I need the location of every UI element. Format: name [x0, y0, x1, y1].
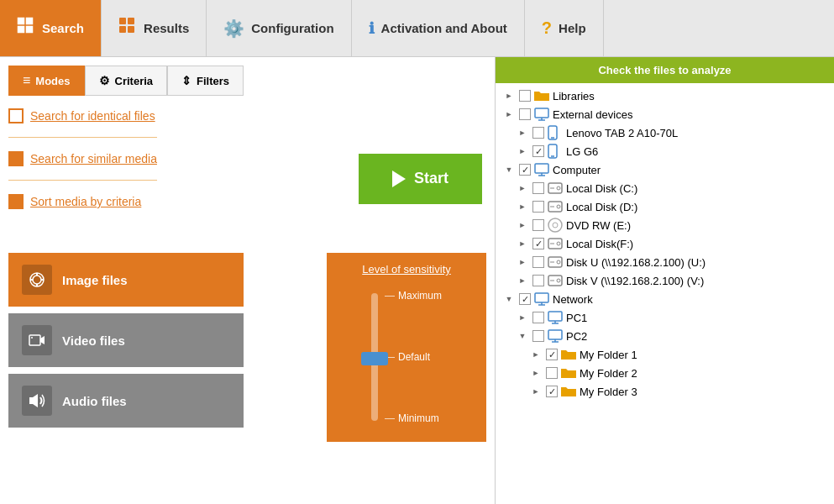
tree-item[interactable]: ►Local Disk (D:) [496, 197, 834, 216]
tree-item[interactable]: ►PC1 [496, 308, 834, 327]
tree-item-icon [548, 218, 563, 232]
tree-checkbox[interactable] [532, 182, 544, 194]
tree-checkbox[interactable] [532, 256, 544, 268]
tree-item[interactable]: ►Libraries [496, 87, 834, 105]
tree-checkbox[interactable] [519, 90, 531, 102]
tree-expand-icon[interactable]: ► [529, 348, 543, 361]
tree-item-label: Local Disk (C:) [566, 182, 637, 195]
tree-checkbox[interactable] [546, 367, 558, 379]
tree-checkbox[interactable] [532, 275, 544, 286]
tab-criteria[interactable]: ⚙ Criteria [85, 66, 168, 96]
modes-tab-label: Modes [35, 75, 70, 87]
tree-item[interactable]: ▼✓Computer [496, 160, 834, 179]
tree-item-label: PC2 [566, 330, 587, 343]
sensitivity-title[interactable]: Level of sensitivity [362, 263, 451, 276]
nav-results[interactable]: Results [102, 0, 207, 56]
tree-checkbox[interactable]: ✓ [546, 386, 558, 397]
nav-activation[interactable]: ℹ Activation and About [352, 0, 525, 56]
tree-checkbox[interactable]: ✓ [532, 145, 544, 157]
nav-search[interactable]: Search [0, 0, 102, 56]
tree-expand-icon[interactable]: ► [516, 274, 529, 287]
tree-container: ►Libraries►External devices►Lenovo TAB 2… [496, 83, 834, 404]
tree-expand-icon[interactable]: ► [516, 311, 529, 324]
identical-checkbox[interactable] [8, 108, 24, 123]
audio-files-btn[interactable]: Audio files [8, 374, 244, 428]
tree-expand-icon[interactable]: ► [516, 200, 529, 213]
tree-item[interactable]: ►✓Local Disk(F:) [496, 234, 834, 253]
tree-item[interactable]: ►My Folder 2 [496, 364, 834, 382]
tree-checkbox[interactable] [532, 330, 544, 342]
tree-checkbox[interactable] [519, 108, 531, 120]
tree-item[interactable]: ►Lenovo TAB 2 A10-70L [496, 123, 834, 142]
file-types: Image files Video files [8, 253, 244, 428]
similar-label[interactable]: Search for similar media [30, 152, 157, 165]
tree-expand-icon[interactable]: ► [516, 255, 529, 269]
tree-item[interactable]: ►Local Disk (C:) [496, 179, 834, 197]
tabs-bar: ≡ Modes ⚙ Criteria ⇕ Filters [8, 66, 486, 96]
nav-activation-label: Activation and About [381, 21, 507, 35]
tree-checkbox[interactable] [532, 219, 544, 231]
video-icon [22, 325, 52, 355]
tree-checkbox[interactable]: ✓ [532, 238, 544, 249]
tree-expand-icon[interactable]: ▼ [502, 292, 516, 306]
criteria-tab-label: Criteria [115, 75, 154, 87]
image-files-btn[interactable]: Image files [8, 253, 244, 307]
sort-checkbox[interactable] [8, 194, 24, 209]
svg-marker-17 [29, 394, 38, 407]
tab-filters[interactable]: ⇕ Filters [167, 66, 244, 96]
tree-expand-icon[interactable]: ► [516, 218, 529, 232]
svg-rect-14 [29, 335, 40, 345]
tree-checkbox[interactable] [532, 312, 544, 323]
tree-expand-icon[interactable]: ► [502, 89, 516, 102]
tree-expand-icon[interactable]: ▼ [516, 329, 529, 343]
nav-help[interactable]: ? Help [525, 0, 604, 56]
tree-item[interactable]: ►✓My Folder 1 [496, 345, 834, 364]
slider-labels: — Maximum — Default — Minimum [385, 290, 442, 424]
tab-modes[interactable]: ≡ Modes [8, 66, 85, 96]
identical-label[interactable]: Search for identical files [30, 109, 155, 123]
tree-item[interactable]: ►External devices [496, 105, 834, 123]
video-files-btn[interactable]: Video files [8, 313, 244, 367]
tree-expand-icon[interactable]: ► [529, 366, 543, 380]
tree-checkbox[interactable]: ✓ [519, 164, 531, 176]
sort-label[interactable]: Sort media by criteria [30, 195, 141, 208]
tree-checkbox[interactable]: ✓ [519, 293, 531, 305]
svg-point-29 [557, 186, 560, 190]
sensitivity-panel: Level of sensitivity — Maximum [327, 253, 486, 442]
tree-item[interactable]: ►✓LG G6 [496, 142, 834, 160]
tree-item-icon [548, 237, 563, 250]
svg-rect-48 [548, 312, 562, 321]
tree-expand-icon[interactable]: ► [516, 126, 529, 139]
tree-item-icon [561, 348, 576, 361]
tree-expand-icon[interactable]: ► [529, 385, 543, 398]
svg-rect-1 [26, 18, 33, 24]
nav-configuration[interactable]: ⚙️ Configuration [207, 0, 351, 56]
tree-item-label: External devices [553, 108, 632, 121]
activation-nav-icon: ℹ [369, 19, 375, 38]
tree-checkbox[interactable] [532, 127, 544, 139]
tree-item[interactable]: ►✓My Folder 3 [496, 382, 834, 401]
tree-expand-icon[interactable]: ▼ [502, 163, 516, 176]
svg-point-32 [557, 205, 560, 208]
tree-checkbox[interactable] [532, 201, 544, 213]
tree-item[interactable]: ▼PC2 [496, 327, 834, 345]
tree-checkbox[interactable]: ✓ [546, 349, 558, 360]
tree-item[interactable]: ►DVD RW (E:) [496, 216, 834, 234]
tree-item[interactable]: ►Disk U (\\192.168.2.100) (U:) [496, 253, 834, 271]
tree-item-icon [561, 366, 576, 380]
slider-thumb[interactable] [361, 352, 388, 365]
modes-section: Search for identical files Search for si… [8, 108, 486, 442]
tree-item-label: Local Disk (D:) [566, 201, 637, 213]
tree-expand-icon[interactable]: ► [516, 237, 529, 250]
tree-expand-icon[interactable]: ► [516, 144, 529, 158]
tree-item[interactable]: ▼✓Network [496, 290, 834, 308]
tree-item-label: Computer [553, 164, 601, 176]
tree-expand-icon[interactable]: ► [502, 108, 516, 121]
similar-checkbox[interactable] [8, 151, 24, 166]
tree-item[interactable]: ►Disk V (\\192.168.2.100) (V:) [496, 271, 834, 290]
tree-expand-icon[interactable]: ► [516, 181, 529, 195]
svg-point-43 [557, 279, 560, 282]
start-button[interactable]: Start [359, 154, 482, 204]
bottom-section: Image files Video files [8, 253, 486, 442]
tree-item-label: Disk V (\\192.168.2.100) (V:) [566, 275, 704, 287]
